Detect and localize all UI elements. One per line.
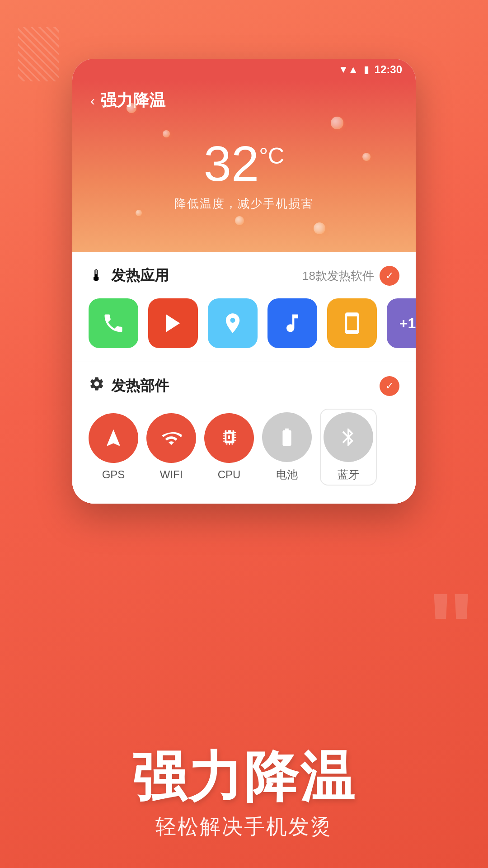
heat-components-title: 发热部件 [111, 376, 169, 396]
comp-gps[interactable]: GPS [89, 413, 138, 481]
temperature-description: 降低温度，减少手机损害 [90, 196, 398, 212]
comp-cpu[interactable]: CPU [204, 413, 254, 481]
heat-components-section: 发热部件 ✓ GPS [72, 362, 416, 504]
app-video[interactable] [148, 298, 198, 348]
heat-apps-section: 🌡 发热应用 18款发热软件 ✓ [72, 252, 416, 362]
comp-label-battery: 电池 [276, 467, 298, 482]
bg-decoration-topleft [18, 27, 59, 81]
more-label: +12 [399, 315, 416, 332]
comp-wifi[interactable]: WIFI [146, 413, 196, 481]
bubble-4 [362, 153, 371, 161]
comp-label-wifi: WIFI [160, 468, 183, 481]
bubble-3 [331, 117, 343, 129]
comp-label-gps: GPS [102, 468, 125, 481]
phone-header: ‹ 强力降温 32°C 降低温度，减少手机损害 [72, 80, 416, 252]
wifi-icon: ▼▲ [338, 64, 358, 75]
app-icon-mobile [327, 298, 377, 348]
status-time: 12:30 [375, 63, 402, 76]
comp-icon-battery [262, 412, 312, 462]
app-icons-row: +12 [89, 298, 399, 348]
white-card-area: 🌡 发热应用 18款发热软件 ✓ [72, 252, 416, 504]
gear-icon [89, 376, 105, 396]
app-more[interactable]: +12 [387, 298, 416, 348]
heat-components-header: 发热部件 ✓ [89, 376, 399, 396]
temperature-value: 32°C [90, 139, 398, 189]
bg-decoration-quote: " [427, 579, 474, 678]
comp-icon-gps [89, 413, 138, 463]
bubble-1 [127, 103, 136, 113]
phone-mockup: ▼▲ ▮ 12:30 ‹ 强力降温 32°C 降低温度，减少手机损害 [72, 59, 416, 504]
bubble-5 [136, 210, 142, 216]
check-icon: ✓ [385, 270, 394, 282]
heat-apps-title-left: 🌡 发热应用 [89, 266, 169, 286]
comp-label-cpu: CPU [218, 468, 241, 481]
heat-apps-badge: 18款发热软件 ✓ [302, 266, 399, 286]
temp-number: 32 [204, 136, 259, 191]
bubble-6 [235, 216, 244, 225]
app-mobile[interactable] [327, 298, 377, 348]
status-bar: ▼▲ ▮ 12:30 [72, 59, 416, 80]
app-icon-video [148, 298, 198, 348]
components-check-icon: ✓ [385, 380, 394, 392]
app-music[interactable] [267, 298, 317, 348]
app-phone[interactable] [89, 298, 138, 348]
sub-slogan: 轻松解决手机发烫 [27, 813, 461, 841]
heat-components-check[interactable]: ✓ [380, 376, 399, 396]
heat-apps-title: 发热应用 [111, 266, 169, 286]
comp-icons-row: GPS WIFI [89, 409, 399, 486]
comp-icon-bluetooth [324, 412, 373, 462]
comp-bluetooth[interactable]: 蓝牙 [320, 409, 377, 486]
main-slogan: 强力降温 [27, 750, 461, 804]
heat-components-title-left: 发热部件 [89, 376, 169, 396]
bubble-2 [163, 130, 170, 137]
back-arrow-icon: ‹ [90, 93, 95, 108]
heat-apps-check[interactable]: ✓ [380, 266, 399, 286]
app-icon-music [267, 298, 317, 348]
heat-apps-count: 18款发热软件 [302, 268, 374, 284]
app-icon-map [208, 298, 258, 348]
svg-marker-0 [166, 315, 180, 332]
thermometer-icon: 🌡 [89, 266, 105, 285]
back-navigation[interactable]: ‹ 强力降温 [90, 90, 398, 112]
app-icon-more: +12 [387, 298, 416, 348]
temp-unit: °C [259, 143, 284, 169]
app-map[interactable] [208, 298, 258, 348]
bottom-text-section: 强力降温 轻松解决手机发烫 [0, 750, 488, 841]
heat-apps-header: 🌡 发热应用 18款发热软件 ✓ [89, 266, 399, 286]
app-icon-phone [89, 298, 138, 348]
comp-battery[interactable]: 电池 [262, 412, 312, 482]
comp-label-bluetooth: 蓝牙 [338, 467, 359, 482]
bubble-7 [314, 222, 325, 234]
comp-icon-cpu [204, 413, 254, 463]
comp-icon-wifi [146, 413, 196, 463]
signal-icon: ▮ [364, 64, 369, 75]
